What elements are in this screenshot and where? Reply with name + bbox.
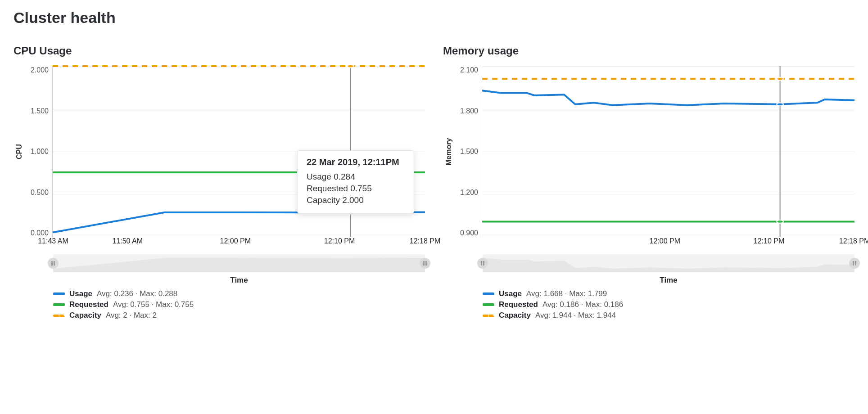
- x-axis-label-cpu: Time: [53, 276, 425, 285]
- y-tick: 0.900: [457, 229, 478, 237]
- legend-memory: UsageAvg: 1.668 · Max: 1.799RequestedAvg…: [483, 289, 854, 320]
- x-tick: 11:50 AM: [112, 237, 143, 245]
- y-tick: 1.000: [27, 148, 49, 156]
- legend-name: Requested: [499, 300, 538, 309]
- chart-title-memory: Memory usage: [443, 45, 854, 57]
- tooltip-row: Usage 0.284: [307, 172, 405, 182]
- svg-point-7: [777, 77, 783, 81]
- y-tick: 0.500: [27, 189, 49, 197]
- time-scrubber-cpu[interactable]: [53, 254, 425, 272]
- legend-name: Usage: [69, 289, 92, 298]
- legend-item[interactable]: CapacityAvg: 1.944 · Max: 1.944: [483, 311, 854, 320]
- svg-point-5: [777, 103, 783, 106]
- charts-row: CPU Usage CPU 2.0001.5001.0000.5000.000 …: [14, 45, 854, 322]
- legend-stats: Avg: 2 · Max: 2: [106, 311, 157, 320]
- legend-name: Capacity: [499, 311, 531, 320]
- scrubber-handle-left-memory[interactable]: [477, 258, 488, 269]
- chart-title-cpu: CPU Usage: [14, 45, 425, 57]
- legend-stats: Avg: 0.236 · Max: 0.288: [97, 289, 177, 298]
- x-tick: 12:10 PM: [754, 237, 784, 245]
- legend-name: Capacity: [69, 311, 101, 320]
- legend-swatch: [483, 303, 494, 306]
- legend-swatch: [53, 303, 65, 306]
- legend-item[interactable]: UsageAvg: 1.668 · Max: 1.799: [483, 289, 854, 298]
- y-ticks-cpu: 2.0001.5001.0000.5000.000: [25, 66, 52, 237]
- x-tick: 12:18 PM: [839, 237, 868, 245]
- page-title: Cluster health: [14, 9, 854, 27]
- scrubber-handle-right-cpu[interactable]: [420, 258, 430, 269]
- tooltip-title: 22 Mar 2019, 12:11PM: [307, 157, 405, 167]
- legend-name: Requested: [69, 300, 108, 309]
- x-tick: 12:00 PM: [220, 237, 250, 245]
- scrubber-handle-left-cpu[interactable]: [48, 258, 59, 269]
- x-ticks-cpu: 11:43 AM11:50 AM12:00 PM12:10 PM12:18 PM: [53, 237, 425, 248]
- y-tick: 1.500: [27, 107, 49, 115]
- y-tick: 2.000: [27, 66, 49, 74]
- legend-name: Usage: [499, 289, 522, 298]
- plot-area-memory[interactable]: [482, 66, 854, 237]
- legend-stats: Avg: 0.186 · Max: 0.186: [542, 300, 623, 309]
- x-axis-label-memory: Time: [483, 276, 854, 285]
- y-axis-label-memory: Memory: [443, 66, 455, 237]
- x-tick: 12:00 PM: [649, 237, 680, 245]
- y-tick: 0.000: [27, 229, 49, 237]
- chart-tooltip: 22 Mar 2019, 12:11PM Usage 0.284Requeste…: [297, 150, 414, 214]
- legend-cpu: UsageAvg: 0.236 · Max: 0.288RequestedAvg…: [53, 289, 425, 320]
- legend-swatch: [53, 292, 65, 295]
- legend-stats: Avg: 0.755 · Max: 0.755: [113, 300, 194, 309]
- y-tick: 1.800: [457, 107, 478, 115]
- legend-item[interactable]: UsageAvg: 0.236 · Max: 0.288: [53, 289, 425, 298]
- legend-swatch: [483, 315, 494, 317]
- tooltip-row: Capacity 2.000: [307, 195, 405, 205]
- svg-point-3: [347, 65, 354, 68]
- legend-stats: Avg: 1.668 · Max: 1.799: [526, 289, 607, 298]
- y-tick: 1.500: [457, 148, 478, 156]
- scrubber-handle-right-memory[interactable]: [849, 258, 860, 269]
- x-tick: 12:10 PM: [324, 237, 355, 245]
- chart-panel-memory: Memory usage Memory 2.1001.8001.5001.200…: [443, 45, 854, 322]
- legend-item[interactable]: CapacityAvg: 2 · Max: 2: [53, 311, 425, 320]
- y-tick: 1.200: [457, 189, 478, 197]
- x-tick: 12:18 PM: [410, 237, 440, 245]
- tooltip-row: Requested 0.755: [307, 184, 405, 194]
- y-axis-label-cpu: CPU: [14, 66, 25, 237]
- chart-frame-memory[interactable]: Memory 2.1001.8001.5001.2000.900: [443, 66, 854, 237]
- time-scrubber-memory[interactable]: [483, 254, 854, 272]
- x-ticks-memory: 12:00 PM12:10 PM12:18 PM: [483, 237, 854, 248]
- chart-panel-cpu: CPU Usage CPU 2.0001.5001.0000.5000.000 …: [14, 45, 425, 322]
- svg-point-6: [777, 220, 783, 223]
- y-tick: 2.100: [457, 66, 478, 74]
- legend-stats: Avg: 1.944 · Max: 1.944: [535, 311, 616, 320]
- legend-item[interactable]: RequestedAvg: 0.755 · Max: 0.755: [53, 300, 425, 309]
- legend-swatch: [53, 315, 65, 317]
- legend-swatch: [483, 292, 494, 295]
- legend-item[interactable]: RequestedAvg: 0.186 · Max: 0.186: [483, 300, 854, 309]
- y-ticks-memory: 2.1001.8001.5001.2000.900: [455, 66, 482, 237]
- x-tick: 11:43 AM: [38, 237, 68, 245]
